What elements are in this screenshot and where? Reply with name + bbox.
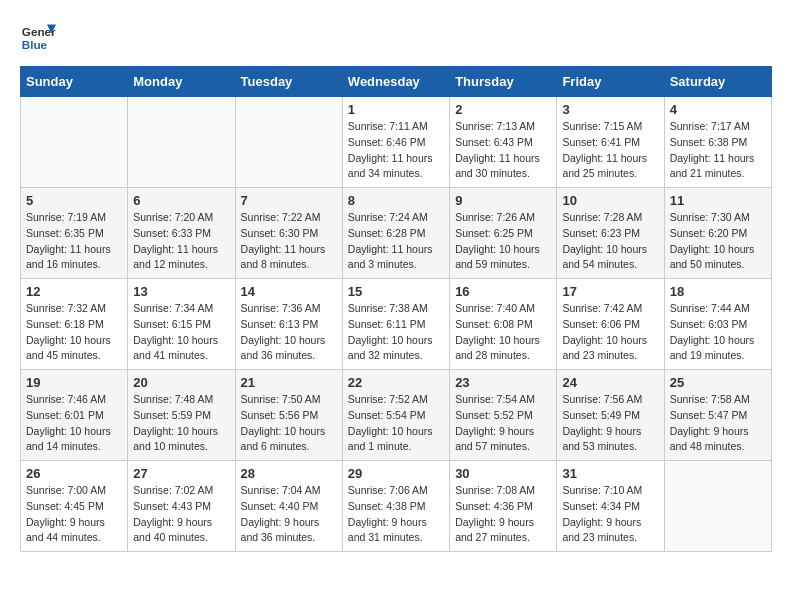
day-info: Sunrise: 7:17 AM Sunset: 6:38 PM Dayligh…	[670, 119, 766, 182]
day-header-saturday: Saturday	[664, 67, 771, 97]
day-cell: 10Sunrise: 7:28 AM Sunset: 6:23 PM Dayli…	[557, 188, 664, 279]
day-info: Sunrise: 7:20 AM Sunset: 6:33 PM Dayligh…	[133, 210, 229, 273]
day-cell	[128, 97, 235, 188]
day-number: 29	[348, 466, 444, 481]
day-info: Sunrise: 7:44 AM Sunset: 6:03 PM Dayligh…	[670, 301, 766, 364]
day-cell: 25Sunrise: 7:58 AM Sunset: 5:47 PM Dayli…	[664, 370, 771, 461]
day-number: 12	[26, 284, 122, 299]
day-number: 28	[241, 466, 337, 481]
day-info: Sunrise: 7:06 AM Sunset: 4:38 PM Dayligh…	[348, 483, 444, 546]
day-cell: 11Sunrise: 7:30 AM Sunset: 6:20 PM Dayli…	[664, 188, 771, 279]
week-row-3: 12Sunrise: 7:32 AM Sunset: 6:18 PM Dayli…	[21, 279, 772, 370]
day-number: 11	[670, 193, 766, 208]
day-info: Sunrise: 7:15 AM Sunset: 6:41 PM Dayligh…	[562, 119, 658, 182]
day-number: 27	[133, 466, 229, 481]
day-number: 15	[348, 284, 444, 299]
day-info: Sunrise: 7:50 AM Sunset: 5:56 PM Dayligh…	[241, 392, 337, 455]
day-cell: 3Sunrise: 7:15 AM Sunset: 6:41 PM Daylig…	[557, 97, 664, 188]
day-number: 21	[241, 375, 337, 390]
day-number: 14	[241, 284, 337, 299]
day-number: 24	[562, 375, 658, 390]
day-number: 30	[455, 466, 551, 481]
svg-text:Blue: Blue	[22, 38, 48, 51]
day-header-wednesday: Wednesday	[342, 67, 449, 97]
day-info: Sunrise: 7:11 AM Sunset: 6:46 PM Dayligh…	[348, 119, 444, 182]
day-cell: 18Sunrise: 7:44 AM Sunset: 6:03 PM Dayli…	[664, 279, 771, 370]
day-info: Sunrise: 7:46 AM Sunset: 6:01 PM Dayligh…	[26, 392, 122, 455]
day-number: 1	[348, 102, 444, 117]
day-number: 23	[455, 375, 551, 390]
day-info: Sunrise: 7:13 AM Sunset: 6:43 PM Dayligh…	[455, 119, 551, 182]
page-header: General Blue	[20, 20, 772, 56]
day-cell: 7Sunrise: 7:22 AM Sunset: 6:30 PM Daylig…	[235, 188, 342, 279]
day-info: Sunrise: 7:58 AM Sunset: 5:47 PM Dayligh…	[670, 392, 766, 455]
day-info: Sunrise: 7:54 AM Sunset: 5:52 PM Dayligh…	[455, 392, 551, 455]
day-header-thursday: Thursday	[450, 67, 557, 97]
day-cell: 29Sunrise: 7:06 AM Sunset: 4:38 PM Dayli…	[342, 461, 449, 552]
day-info: Sunrise: 7:36 AM Sunset: 6:13 PM Dayligh…	[241, 301, 337, 364]
day-info: Sunrise: 7:26 AM Sunset: 6:25 PM Dayligh…	[455, 210, 551, 273]
day-cell: 12Sunrise: 7:32 AM Sunset: 6:18 PM Dayli…	[21, 279, 128, 370]
day-info: Sunrise: 7:24 AM Sunset: 6:28 PM Dayligh…	[348, 210, 444, 273]
day-number: 13	[133, 284, 229, 299]
week-row-4: 19Sunrise: 7:46 AM Sunset: 6:01 PM Dayli…	[21, 370, 772, 461]
day-cell: 6Sunrise: 7:20 AM Sunset: 6:33 PM Daylig…	[128, 188, 235, 279]
day-info: Sunrise: 7:48 AM Sunset: 5:59 PM Dayligh…	[133, 392, 229, 455]
day-number: 31	[562, 466, 658, 481]
day-cell: 16Sunrise: 7:40 AM Sunset: 6:08 PM Dayli…	[450, 279, 557, 370]
day-info: Sunrise: 7:04 AM Sunset: 4:40 PM Dayligh…	[241, 483, 337, 546]
day-cell: 27Sunrise: 7:02 AM Sunset: 4:43 PM Dayli…	[128, 461, 235, 552]
day-number: 22	[348, 375, 444, 390]
day-number: 17	[562, 284, 658, 299]
day-cell: 21Sunrise: 7:50 AM Sunset: 5:56 PM Dayli…	[235, 370, 342, 461]
day-number: 2	[455, 102, 551, 117]
day-number: 10	[562, 193, 658, 208]
day-cell: 19Sunrise: 7:46 AM Sunset: 6:01 PM Dayli…	[21, 370, 128, 461]
day-cell: 13Sunrise: 7:34 AM Sunset: 6:15 PM Dayli…	[128, 279, 235, 370]
day-cell: 4Sunrise: 7:17 AM Sunset: 6:38 PM Daylig…	[664, 97, 771, 188]
day-cell: 31Sunrise: 7:10 AM Sunset: 4:34 PM Dayli…	[557, 461, 664, 552]
day-info: Sunrise: 7:22 AM Sunset: 6:30 PM Dayligh…	[241, 210, 337, 273]
day-header-monday: Monday	[128, 67, 235, 97]
day-cell	[21, 97, 128, 188]
day-info: Sunrise: 7:30 AM Sunset: 6:20 PM Dayligh…	[670, 210, 766, 273]
day-cell: 14Sunrise: 7:36 AM Sunset: 6:13 PM Dayli…	[235, 279, 342, 370]
day-number: 16	[455, 284, 551, 299]
logo: General Blue	[20, 20, 56, 56]
day-info: Sunrise: 7:38 AM Sunset: 6:11 PM Dayligh…	[348, 301, 444, 364]
day-info: Sunrise: 7:00 AM Sunset: 4:45 PM Dayligh…	[26, 483, 122, 546]
day-info: Sunrise: 7:56 AM Sunset: 5:49 PM Dayligh…	[562, 392, 658, 455]
day-number: 3	[562, 102, 658, 117]
day-cell: 5Sunrise: 7:19 AM Sunset: 6:35 PM Daylig…	[21, 188, 128, 279]
day-info: Sunrise: 7:42 AM Sunset: 6:06 PM Dayligh…	[562, 301, 658, 364]
day-cell: 1Sunrise: 7:11 AM Sunset: 6:46 PM Daylig…	[342, 97, 449, 188]
day-number: 8	[348, 193, 444, 208]
day-info: Sunrise: 7:34 AM Sunset: 6:15 PM Dayligh…	[133, 301, 229, 364]
day-cell: 28Sunrise: 7:04 AM Sunset: 4:40 PM Dayli…	[235, 461, 342, 552]
day-cell: 30Sunrise: 7:08 AM Sunset: 4:36 PM Dayli…	[450, 461, 557, 552]
day-number: 20	[133, 375, 229, 390]
day-number: 19	[26, 375, 122, 390]
day-cell: 26Sunrise: 7:00 AM Sunset: 4:45 PM Dayli…	[21, 461, 128, 552]
day-header-sunday: Sunday	[21, 67, 128, 97]
day-number: 7	[241, 193, 337, 208]
day-cell: 9Sunrise: 7:26 AM Sunset: 6:25 PM Daylig…	[450, 188, 557, 279]
day-number: 4	[670, 102, 766, 117]
day-cell: 2Sunrise: 7:13 AM Sunset: 6:43 PM Daylig…	[450, 97, 557, 188]
week-row-5: 26Sunrise: 7:00 AM Sunset: 4:45 PM Dayli…	[21, 461, 772, 552]
day-info: Sunrise: 7:28 AM Sunset: 6:23 PM Dayligh…	[562, 210, 658, 273]
day-number: 9	[455, 193, 551, 208]
day-number: 18	[670, 284, 766, 299]
day-header-friday: Friday	[557, 67, 664, 97]
day-cell: 8Sunrise: 7:24 AM Sunset: 6:28 PM Daylig…	[342, 188, 449, 279]
day-info: Sunrise: 7:40 AM Sunset: 6:08 PM Dayligh…	[455, 301, 551, 364]
day-info: Sunrise: 7:02 AM Sunset: 4:43 PM Dayligh…	[133, 483, 229, 546]
day-cell: 22Sunrise: 7:52 AM Sunset: 5:54 PM Dayli…	[342, 370, 449, 461]
week-row-1: 1Sunrise: 7:11 AM Sunset: 6:46 PM Daylig…	[21, 97, 772, 188]
day-info: Sunrise: 7:08 AM Sunset: 4:36 PM Dayligh…	[455, 483, 551, 546]
days-header-row: SundayMondayTuesdayWednesdayThursdayFrid…	[21, 67, 772, 97]
day-cell: 24Sunrise: 7:56 AM Sunset: 5:49 PM Dayli…	[557, 370, 664, 461]
day-info: Sunrise: 7:32 AM Sunset: 6:18 PM Dayligh…	[26, 301, 122, 364]
day-cell: 15Sunrise: 7:38 AM Sunset: 6:11 PM Dayli…	[342, 279, 449, 370]
day-cell: 20Sunrise: 7:48 AM Sunset: 5:59 PM Dayli…	[128, 370, 235, 461]
